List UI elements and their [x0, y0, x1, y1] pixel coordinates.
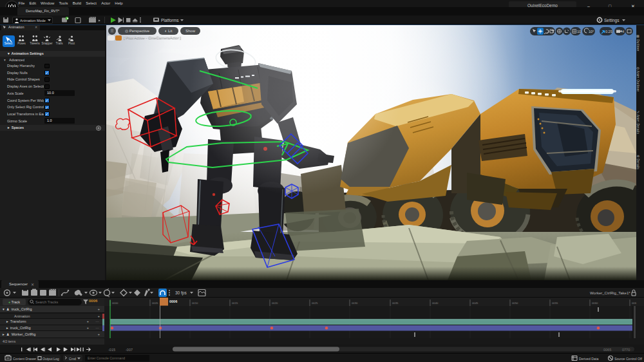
- svg-text:0005: 0005: [152, 301, 158, 305]
- svg-text:Cmd: Cmd: [69, 357, 76, 361]
- svg-text:10: 10: [577, 30, 581, 33]
- svg-text:0000: 0000: [112, 301, 118, 305]
- svg-text:Content Drawer: Content Drawer: [13, 357, 37, 361]
- svg-text:-007: -007: [126, 348, 133, 352]
- svg-text:006: 006: [632, 301, 637, 305]
- svg-text:Source Control Off: Source Control Off: [614, 357, 642, 361]
- svg-text:0770: 0770: [622, 348, 630, 352]
- svg-text:0060: 0060: [592, 301, 598, 305]
- svg-text:0055: 0055: [552, 301, 558, 305]
- svg-text:10°: 10°: [589, 30, 594, 33]
- svg-text:0065: 0065: [603, 348, 611, 352]
- svg-text:0050: 0050: [512, 301, 518, 305]
- svg-text:Worker_CtrlRig_Take1*: Worker_CtrlRig_Take1*: [590, 291, 630, 295]
- svg-text:Platforms: Platforms: [161, 18, 179, 23]
- svg-text:0045: 0045: [472, 301, 478, 305]
- svg-text:0010: 0010: [192, 301, 198, 305]
- svg-text:Derived Data: Derived Data: [579, 357, 598, 361]
- svg-text:0015: 0015: [232, 301, 238, 305]
- svg-text:30 fps: 30 fps: [175, 291, 187, 296]
- svg-text:0030: 0030: [352, 301, 358, 305]
- svg-text:0035: 0035: [392, 301, 399, 305]
- svg-text:-015: -015: [108, 348, 115, 352]
- svg-text:0025: 0025: [312, 301, 318, 305]
- svg-text:Settings: Settings: [604, 18, 620, 23]
- svg-text:0006: 0006: [169, 300, 177, 303]
- svg-text:0040: 0040: [432, 301, 439, 305]
- svg-text:4: 4: [622, 30, 624, 33]
- svg-text:Enter Console Command: Enter Console Command: [88, 356, 125, 360]
- svg-text:0020: 0020: [272, 301, 278, 305]
- svg-text:0.25: 0.25: [605, 30, 612, 33]
- svg-text:Output Log: Output Log: [43, 357, 59, 361]
